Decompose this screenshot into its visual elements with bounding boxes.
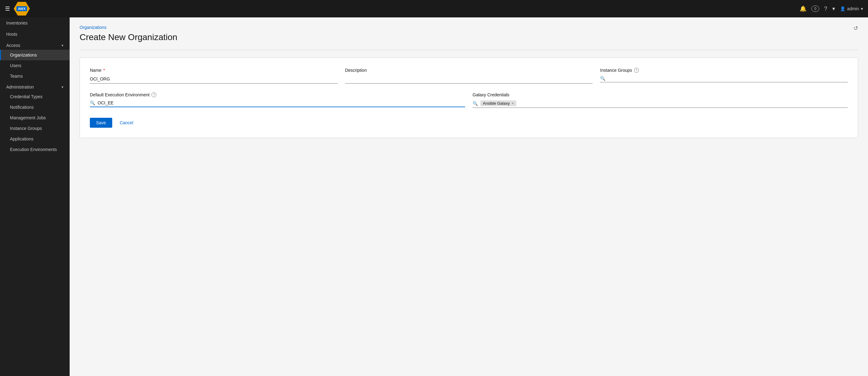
form-row-2: Default Execution Environment ? 🔍 Galaxy… [90,92,848,108]
user-menu[interactable]: 👤 admin ▾ [840,6,863,11]
instance-groups-help-icon[interactable]: ? [634,68,639,73]
awx-logo-text: AWX [17,6,27,11]
default-ee-search-icon[interactable]: 🔍 [90,100,95,105]
notification-badge[interactable]: 0 [811,6,819,12]
logo-wrapper: AWX [14,2,30,15]
sidebar-item-users[interactable]: Users [0,60,70,71]
galaxy-credentials-field: Galaxy Credentials 🔍 Ansible Galaxy × [472,92,848,108]
form-row-1: Name * Description Instance Groups ? [90,68,848,84]
name-field: Name * [90,68,338,84]
description-label: Description [345,68,593,73]
sidebar-item-execution-environments[interactable]: Execution Environments [0,144,70,155]
header-left: Organizations Create New Organization [80,25,177,50]
galaxy-credentials-search-icon[interactable]: 🔍 [472,101,478,106]
user-chevron: ▾ [861,6,863,11]
sidebar: Inventories Hosts Access ▾ Organizations… [0,18,70,376]
sidebar-item-inventories[interactable]: Inventories [0,18,70,29]
save-button[interactable]: Save [90,118,112,128]
sidebar-item-credential-types[interactable]: Credential Types [0,91,70,102]
sidebar-item-management-jobs[interactable]: Management Jobs [0,113,70,123]
breadcrumb[interactable]: Organizations [80,25,177,30]
main-content: Organizations Create New Organization ↺ … [70,18,868,376]
sidebar-item-instance-groups[interactable]: Instance Groups [0,123,70,134]
description-field: Description [345,68,593,84]
instance-groups-input[interactable] [608,76,848,81]
instance-groups-field: Instance Groups ? 🔍 [600,68,848,84]
galaxy-tag: Ansible Galaxy × [480,100,516,106]
navbar-left: ☰ AWX [5,2,30,15]
galaxy-credentials-tag-wrapper: 🔍 Ansible Galaxy × [472,99,848,108]
navbar-right: 🔔 0 ? ▾ 👤 admin ▾ [800,5,863,12]
instance-groups-label: Instance Groups ? [600,68,848,73]
history-icon[interactable]: ↺ [854,25,858,32]
dropdown-icon[interactable]: ▾ [832,5,835,12]
instance-groups-search-icon[interactable]: 🔍 [600,76,605,81]
galaxy-tag-remove[interactable]: × [512,101,514,106]
instance-groups-search-wrapper: 🔍 [600,74,848,82]
sidebar-item-organizations[interactable]: Organizations [0,50,70,60]
required-star: * [103,68,105,73]
sidebar-section-access[interactable]: Access ▾ [0,40,70,50]
navbar: ☰ AWX 🔔 0 ? ▾ 👤 admin ▾ [0,0,868,18]
sidebar-item-notifications[interactable]: Notifications [0,102,70,113]
default-ee-field: Default Execution Environment ? 🔍 [90,92,465,108]
bell-icon[interactable]: 🔔 [800,5,806,12]
page-header: Organizations Create New Organization ↺ [80,25,858,50]
sidebar-section-administration[interactable]: Administration ▾ [0,82,70,91]
sidebar-item-teams[interactable]: Teams [0,71,70,82]
name-label: Name * [90,68,338,73]
sidebar-item-hosts[interactable]: Hosts [0,29,70,40]
hamburger-icon[interactable]: ☰ [5,5,10,12]
sidebar-item-applications[interactable]: Applications [0,134,70,144]
administration-chevron: ▾ [62,85,63,89]
form-buttons: Save Cancel [90,118,848,128]
help-icon[interactable]: ? [824,6,827,12]
app-body: Inventories Hosts Access ▾ Organizations… [0,18,868,376]
notification-count: 0 [814,6,816,11]
default-ee-help-icon[interactable]: ? [151,92,156,97]
name-input[interactable] [90,74,338,84]
form-card: Name * Description Instance Groups ? [80,58,858,138]
user-icon: 👤 [840,6,845,11]
description-input[interactable] [345,74,593,84]
default-ee-label: Default Execution Environment ? [90,92,465,97]
awx-logo-hex: AWX [14,2,30,15]
access-chevron: ▾ [62,43,63,48]
username: admin [847,6,859,11]
page-title: Create New Organization [80,32,177,42]
cancel-button[interactable]: Cancel [117,118,136,128]
default-ee-search-wrapper: 🔍 [90,99,465,107]
galaxy-credentials-label: Galaxy Credentials [472,92,848,97]
default-ee-input[interactable] [98,100,465,105]
